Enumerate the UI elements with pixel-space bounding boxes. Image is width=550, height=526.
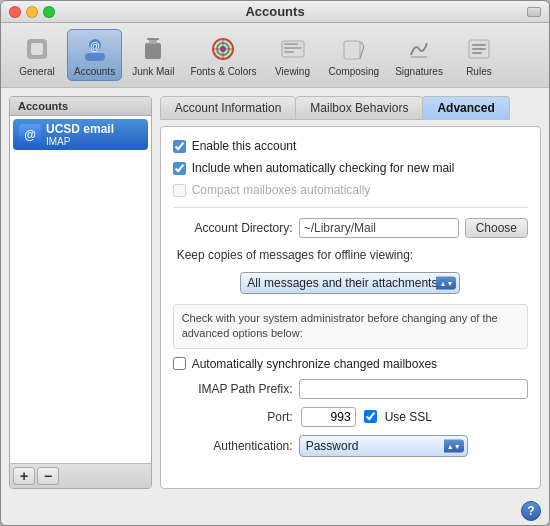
remove-account-button[interactable]: − — [37, 467, 59, 485]
enable-account-checkbox[interactable] — [173, 140, 186, 153]
bottom-bar: ? — [1, 497, 549, 525]
window-title: Accounts — [245, 4, 304, 19]
sidebar-list: @ UCSD email IMAP — [10, 116, 151, 463]
toolbar-item-junk[interactable]: Junk Mail — [126, 30, 180, 80]
account-name: UCSD email — [46, 122, 114, 136]
toolbar-label-viewing: Viewing — [275, 66, 310, 77]
divider-1 — [173, 207, 528, 208]
compact-mailboxes-row: Compact mailboxes automatically — [173, 183, 528, 197]
traffic-lights — [9, 6, 55, 18]
svg-rect-16 — [284, 47, 302, 49]
authentication-label: Authentication: — [173, 439, 293, 453]
imap-prefix-row: IMAP Path Prefix: — [173, 379, 528, 399]
svg-rect-26 — [472, 52, 482, 54]
add-account-button[interactable]: + — [13, 467, 35, 485]
account-directory-label: Account Directory: — [173, 221, 293, 235]
toolbar-label-accounts: Accounts — [74, 66, 115, 77]
toolbar-item-signatures[interactable]: Signatures — [389, 30, 449, 80]
sidebar-item-ucsd[interactable]: @ UCSD email IMAP — [13, 119, 148, 150]
enable-account-label: Enable this account — [192, 139, 297, 153]
tab-account-info[interactable]: Account Information — [160, 96, 297, 120]
svg-text:@: @ — [90, 41, 100, 52]
use-ssl-label: Use SSL — [385, 410, 432, 424]
accounts-icon: @ — [79, 33, 111, 65]
advanced-content: Enable this account Include when automat… — [160, 126, 541, 489]
tab-bar: Account Information Mailbox Behaviors Ad… — [160, 96, 541, 120]
svg-rect-24 — [472, 44, 486, 46]
toolbar-item-rules[interactable]: Rules — [453, 30, 505, 80]
imap-prefix-input[interactable] — [299, 379, 528, 399]
right-panel: Account Information Mailbox Behaviors Ad… — [160, 96, 541, 489]
svg-rect-5 — [145, 43, 161, 59]
choose-button[interactable]: Choose — [465, 218, 528, 238]
toolbar-label-junk: Junk Mail — [132, 66, 174, 77]
include-checking-label: Include when automatically checking for … — [192, 161, 455, 175]
imap-prefix-label: IMAP Path Prefix: — [173, 382, 293, 396]
sidebar-header: Accounts — [10, 97, 151, 116]
close-button[interactable] — [9, 6, 21, 18]
toolbar-item-accounts[interactable]: @ Accounts — [67, 29, 122, 81]
minimize-button[interactable] — [26, 6, 38, 18]
tab-advanced[interactable]: Advanced — [422, 96, 509, 120]
help-button[interactable]: ? — [521, 501, 541, 521]
svg-rect-3 — [85, 53, 105, 61]
toolbar-item-viewing[interactable]: Viewing — [267, 30, 319, 80]
tab-mailbox-behaviors[interactable]: Mailbox Behaviors — [295, 96, 423, 120]
titlebar: Accounts — [1, 1, 549, 23]
svg-text:@: @ — [24, 128, 36, 142]
svg-rect-17 — [284, 51, 294, 53]
port-input[interactable] — [301, 407, 356, 427]
maximize-button[interactable] — [43, 6, 55, 18]
auth-select-container: Password MD5 Challenge-Response NTLM Ker… — [299, 435, 468, 457]
composing-icon — [338, 33, 370, 65]
main-window: Accounts General @ Accounts — [0, 0, 550, 526]
authentication-select[interactable]: Password MD5 Challenge-Response NTLM Ker… — [299, 435, 468, 457]
admin-notice: Check with your system administrator bef… — [173, 304, 528, 349]
offline-label: Keep copies of messages for offline view… — [173, 248, 528, 262]
viewing-icon — [277, 33, 309, 65]
toolbar-label-signatures: Signatures — [395, 66, 443, 77]
enable-account-row: Enable this account — [173, 139, 528, 153]
auto-sync-label: Automatically synchronize changed mailbo… — [192, 357, 437, 371]
svg-rect-15 — [284, 43, 298, 45]
svg-rect-18 — [344, 41, 360, 59]
offline-select-container: All messages and their attachments All m… — [240, 272, 460, 294]
toolbar-item-composing[interactable]: Composing — [323, 30, 386, 80]
auto-sync-checkbox[interactable] — [173, 357, 186, 370]
fonts-icon — [207, 33, 239, 65]
include-checking-checkbox[interactable] — [173, 162, 186, 175]
toolbar-label-general: General — [19, 66, 55, 77]
include-checking-row: Include when automatically checking for … — [173, 161, 528, 175]
toolbar-label-rules: Rules — [466, 66, 492, 77]
toolbar-item-general[interactable]: General — [11, 30, 63, 80]
sidebar: Accounts @ UCSD email IMAP + − — [9, 96, 152, 489]
account-directory-row: Account Directory: Choose — [173, 218, 528, 238]
auto-sync-row: Automatically synchronize changed mailbo… — [173, 357, 528, 371]
account-icon: @ — [19, 124, 41, 146]
signatures-icon — [403, 33, 435, 65]
offline-select[interactable]: All messages and their attachments All m… — [240, 272, 460, 294]
toolbar: General @ Accounts Junk Mail — [1, 23, 549, 88]
toolbar-label-fonts: Fonts & Colors — [190, 66, 256, 77]
compact-mailboxes-label: Compact mailboxes automatically — [192, 183, 371, 197]
compact-mailboxes-checkbox[interactable] — [173, 184, 186, 197]
account-directory-input[interactable] — [299, 218, 459, 238]
rules-icon — [463, 33, 495, 65]
sidebar-footer: + − — [10, 463, 151, 488]
main-content: Accounts @ UCSD email IMAP + − — [1, 88, 549, 497]
junk-icon — [137, 33, 169, 65]
toolbar-label-composing: Composing — [329, 66, 380, 77]
port-row: Port: Use SSL — [173, 407, 528, 427]
use-ssl-checkbox[interactable] — [364, 410, 377, 423]
account-text: UCSD email IMAP — [46, 122, 114, 147]
account-type: IMAP — [46, 136, 114, 147]
svg-rect-25 — [472, 48, 486, 50]
port-label: Port: — [173, 410, 293, 424]
offline-select-wrapper: All messages and their attachments All m… — [173, 272, 528, 294]
general-icon — [21, 33, 53, 65]
window-widget[interactable] — [527, 7, 541, 17]
authentication-row: Authentication: Password MD5 Challenge-R… — [173, 435, 528, 457]
svg-rect-1 — [31, 43, 43, 55]
svg-line-20 — [360, 46, 364, 59]
toolbar-item-fonts[interactable]: Fonts & Colors — [184, 30, 262, 80]
